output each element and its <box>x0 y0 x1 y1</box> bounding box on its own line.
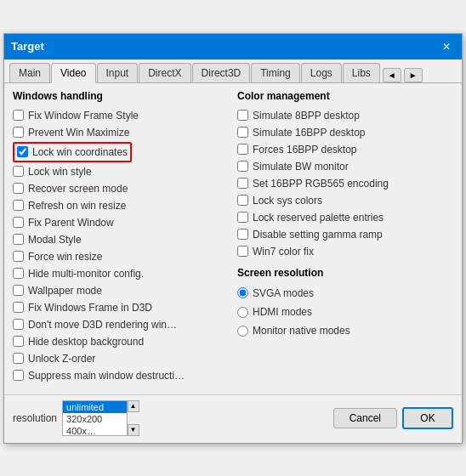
set-16bpp-rgb565-label[interactable]: Set 16BPP RGB565 encoding <box>253 176 389 191</box>
suppress-main-window-label[interactable]: Suppress main window destructio… <box>28 368 185 383</box>
list-item: Lock win coordinates <box>13 141 229 163</box>
tab-main[interactable]: Main <box>9 63 50 82</box>
left-column: Windows handling Fix Window Frame Style … <box>13 90 229 384</box>
simulate-bw-checkbox[interactable] <box>237 161 248 172</box>
modal-style-label[interactable]: Modal Style <box>28 232 82 247</box>
hdmi-modes-label[interactable]: HDMI modes <box>253 303 312 320</box>
force-win-resize-checkbox[interactable] <box>13 251 24 262</box>
title-bar-buttons: ✕ <box>438 39 455 54</box>
lock-win-style-checkbox[interactable] <box>13 166 24 177</box>
win7-color-fix-label[interactable]: Win7 color fix <box>253 244 314 259</box>
tab-libs[interactable]: Libs <box>343 63 380 82</box>
tab-input[interactable]: Input <box>97 63 139 82</box>
recover-screen-mode-label[interactable]: Recover screen mode <box>28 181 128 196</box>
hide-desktop-bg-label[interactable]: Hide desktop background <box>28 334 144 349</box>
fix-parent-window-label[interactable]: Fix Parent Window <box>28 215 114 230</box>
unlock-zorder-checkbox[interactable] <box>13 353 24 364</box>
windows-handling-title: Windows handling <box>13 90 229 102</box>
list-item: SVGA modes <box>237 284 453 303</box>
list-item: Prevent Win Maximize <box>13 124 229 141</box>
resolution-label: resolution <box>13 412 57 424</box>
simulate-bw-label[interactable]: Simulate BW monitor <box>253 159 349 174</box>
fix-parent-window-checkbox[interactable] <box>13 217 24 228</box>
list-item: Wallpaper mode <box>13 282 229 299</box>
ok-button[interactable]: OK <box>402 407 453 429</box>
wallpaper-mode-checkbox[interactable] <box>13 285 24 296</box>
disable-gamma-ramp-checkbox[interactable] <box>237 229 248 240</box>
refresh-on-resize-label[interactable]: Refresh on win resize <box>28 198 126 213</box>
win7-color-fix-checkbox[interactable] <box>237 246 248 257</box>
prevent-win-maximize-label[interactable]: Prevent Win Maximize <box>28 125 129 140</box>
screen-resolution-title: Screen resolution <box>237 267 453 279</box>
close-button[interactable]: ✕ <box>438 39 455 54</box>
forces-16bpp-checkbox[interactable] <box>237 144 248 155</box>
lock-reserved-palette-checkbox[interactable] <box>237 212 248 223</box>
list-item: Fix Window Frame Style <box>13 107 229 124</box>
list-item: Simulate 8BPP desktop <box>237 107 453 124</box>
set-16bpp-rgb565-checkbox[interactable] <box>237 178 248 189</box>
unlock-zorder-label[interactable]: Unlock Z-order <box>28 351 95 366</box>
hide-multimonitor-label[interactable]: Hide multi-monitor config. <box>28 266 144 281</box>
prevent-win-maximize-checkbox[interactable] <box>13 127 24 138</box>
scroll-up-button[interactable]: ▲ <box>128 400 139 412</box>
color-mgmt-title: Color management <box>237 90 453 102</box>
simulate-8bpp-checkbox[interactable] <box>237 110 248 121</box>
force-win-resize-label[interactable]: Force win resize <box>28 249 102 264</box>
tab-direct3d[interactable]: Direct3D <box>192 63 251 82</box>
scroll-down-button[interactable]: ▼ <box>128 424 139 436</box>
lock-win-coords-label[interactable]: Lock win coordinates <box>32 144 128 160</box>
svga-modes-label[interactable]: SVGA modes <box>253 285 314 302</box>
simulate-16bpp-checkbox[interactable] <box>237 127 248 138</box>
forces-16bpp-label[interactable]: Forces 16BPP desktop <box>253 142 357 157</box>
lock-win-style-label[interactable]: Lock win style <box>28 164 92 179</box>
simulate-8bpp-label[interactable]: Simulate 8BPP desktop <box>253 108 360 123</box>
fix-window-frame-label[interactable]: Fix Window Frame Style <box>28 108 139 123</box>
tab-directx[interactable]: DirectX <box>139 63 190 82</box>
list-item: HDMI modes <box>237 303 453 321</box>
dont-move-d3d-label[interactable]: Don't move D3D rendering window <box>28 317 181 332</box>
refresh-on-resize-checkbox[interactable] <box>13 200 24 211</box>
modal-style-checkbox[interactable] <box>13 234 24 245</box>
list-item: Set 16BPP RGB565 encoding <box>237 175 453 192</box>
monitor-native-label[interactable]: Monitor native modes <box>253 322 350 339</box>
list-item: Fix Windows Frame in D3D <box>13 299 229 316</box>
list-item: Monitor native modes <box>237 321 453 340</box>
cancel-button[interactable]: Cancel <box>333 408 397 428</box>
lock-sys-colors-label[interactable]: Lock sys colors <box>253 193 322 208</box>
list-item: Hide desktop background <box>13 333 229 350</box>
resolution-scrollbar: ▲ ▼ <box>127 400 139 436</box>
list-item: Suppress main window destructio… <box>13 367 229 384</box>
fix-windows-frame-d3d-checkbox[interactable] <box>13 302 24 313</box>
tab-nav-next[interactable]: ► <box>404 68 423 82</box>
right-column: Color management Simulate 8BPP desktop S… <box>237 90 453 384</box>
hdmi-modes-radio[interactable] <box>237 307 248 318</box>
list-item: Simulate 16BPP desktop <box>237 124 453 141</box>
tab-video[interactable]: Video <box>51 63 95 83</box>
lock-win-coords-checkbox[interactable] <box>17 146 28 157</box>
list-item: Modal Style <box>13 231 229 248</box>
tab-nav-prev[interactable]: ◄ <box>383 68 401 82</box>
lock-reserved-palette-label[interactable]: Lock reserved palette entries <box>253 210 384 225</box>
wallpaper-mode-label[interactable]: Wallpaper mode <box>28 283 102 298</box>
lock-sys-colors-checkbox[interactable] <box>237 195 248 206</box>
svga-modes-radio[interactable] <box>237 287 248 298</box>
list-item: Lock win style <box>13 163 229 180</box>
hide-multimonitor-checkbox[interactable] <box>13 268 24 279</box>
hide-desktop-bg-checkbox[interactable] <box>13 336 24 347</box>
monitor-native-radio[interactable] <box>237 326 248 337</box>
simulate-16bpp-label[interactable]: Simulate 16BPP desktop <box>253 125 366 140</box>
dont-move-d3d-checkbox[interactable] <box>13 319 24 330</box>
list-item: Simulate BW monitor <box>237 158 453 175</box>
recover-screen-mode-checkbox[interactable] <box>13 183 24 194</box>
tab-logs[interactable]: Logs <box>301 63 342 82</box>
suppress-main-window-checkbox[interactable] <box>13 370 24 381</box>
list-item: Recover screen mode <box>13 180 229 197</box>
fix-window-frame-checkbox[interactable] <box>13 110 24 121</box>
disable-gamma-ramp-label[interactable]: Disable setting gamma ramp <box>253 227 383 242</box>
lock-win-coords-highlight: Lock win coordinates <box>13 142 132 162</box>
list-item: Refresh on win resize <box>13 197 229 214</box>
fix-windows-frame-d3d-label[interactable]: Fix Windows Frame in D3D <box>28 300 152 315</box>
list-item: Win7 color fix <box>237 243 453 260</box>
tab-timing[interactable]: Timing <box>251 63 300 82</box>
resolution-area: resolution unlimited 320x200 400x… ▲ ▼ <box>13 400 328 436</box>
